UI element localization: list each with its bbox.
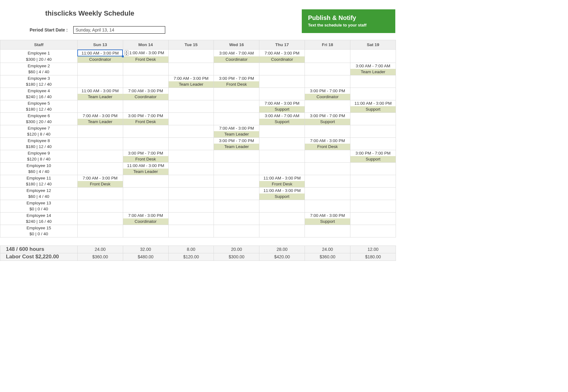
shift-cell[interactable]: 7:00 AM - 3:00 PM <box>305 137 350 144</box>
shift-cell[interactable] <box>214 231 259 237</box>
shift-cell[interactable]: Front Desk <box>305 144 350 150</box>
shift-cell[interactable] <box>305 69 350 75</box>
shift-cell[interactable]: 7:00 AM - 3:00 PM <box>123 88 168 94</box>
shift-cell[interactable]: 3:00 AM - 7:00 AM <box>350 63 396 69</box>
shift-cell[interactable] <box>77 231 123 237</box>
shift-cell[interactable] <box>214 106 259 112</box>
shift-cell[interactable] <box>168 56 214 63</box>
shift-cell[interactable] <box>168 200 214 206</box>
shift-cell[interactable]: 11:00 AM - 3:00 PM <box>123 162 168 169</box>
shift-cell[interactable] <box>168 206 214 212</box>
shift-cell[interactable] <box>305 156 350 162</box>
shift-cell[interactable] <box>305 231 350 237</box>
shift-cell[interactable] <box>350 218 396 225</box>
shift-cell[interactable] <box>123 181 168 187</box>
shift-cell[interactable]: 3:00 PM - 7:00 PM <box>214 75 259 81</box>
shift-cell[interactable] <box>168 156 214 162</box>
shift-cell[interactable]: 7:00 AM - 3:00 PM <box>77 175 123 181</box>
shift-cell[interactable] <box>214 218 259 225</box>
shift-cell[interactable] <box>305 200 350 206</box>
shift-cell[interactable] <box>305 194 350 200</box>
shift-cell[interactable]: 11:00 AM - 3:00 PM <box>77 50 123 57</box>
shift-cell[interactable] <box>305 50 350 57</box>
shift-cell[interactable] <box>259 137 305 144</box>
shift-cell[interactable]: Front Desk <box>259 181 305 187</box>
shift-cell[interactable] <box>168 187 214 194</box>
shift-cell[interactable] <box>305 225 350 231</box>
shift-cell[interactable] <box>259 94 305 100</box>
shift-cell[interactable] <box>214 187 259 194</box>
shift-cell[interactable]: 11:00 AM - 3:00 PM <box>77 88 123 94</box>
shift-cell[interactable] <box>350 50 396 57</box>
shift-cell[interactable] <box>350 137 396 144</box>
shift-cell[interactable]: Support <box>350 156 396 162</box>
shift-cell[interactable] <box>168 144 214 150</box>
stepper-icon[interactable]: ▲▼ <box>124 50 129 56</box>
shift-cell[interactable] <box>350 175 396 181</box>
shift-cell[interactable] <box>168 231 214 237</box>
shift-cell[interactable]: 7:00 AM - 3:00 PM <box>259 50 305 57</box>
shift-cell[interactable] <box>305 81 350 88</box>
shift-cell[interactable] <box>350 94 396 100</box>
shift-cell[interactable] <box>305 169 350 175</box>
shift-cell[interactable] <box>168 181 214 187</box>
shift-cell[interactable] <box>259 88 305 94</box>
shift-cell[interactable] <box>168 112 214 119</box>
shift-cell[interactable]: 7:00 AM - 3:00 PM <box>259 100 305 106</box>
shift-cell[interactable]: Support <box>259 194 305 200</box>
shift-cell[interactable] <box>350 75 396 81</box>
shift-cell[interactable]: 11:00 AM - 3:00 PM <box>259 187 305 194</box>
shift-cell[interactable] <box>214 150 259 156</box>
shift-cell[interactable]: Coordinator <box>259 56 305 63</box>
shift-cell[interactable]: 7:00 AM - 3:00 PM <box>168 75 214 81</box>
shift-cell[interactable] <box>305 175 350 181</box>
shift-cell[interactable] <box>305 206 350 212</box>
shift-cell[interactable] <box>123 144 168 150</box>
shift-cell[interactable] <box>305 131 350 137</box>
shift-cell[interactable] <box>305 106 350 112</box>
shift-cell[interactable] <box>168 194 214 200</box>
shift-cell[interactable]: Front Desk <box>214 81 259 88</box>
shift-cell[interactable]: 7:00 AM - 3:00 PM <box>77 112 123 119</box>
shift-cell[interactable] <box>168 100 214 106</box>
shift-cell[interactable] <box>305 63 350 69</box>
shift-cell[interactable] <box>123 125 168 131</box>
shift-cell[interactable]: Front Desk <box>77 181 123 187</box>
shift-cell[interactable] <box>123 206 168 212</box>
shift-cell[interactable] <box>77 106 123 112</box>
shift-cell[interactable] <box>77 225 123 231</box>
shift-cell[interactable] <box>350 231 396 237</box>
shift-cell[interactable]: Front Desk <box>123 156 168 162</box>
shift-cell[interactable] <box>168 137 214 144</box>
shift-cell[interactable] <box>214 100 259 106</box>
shift-cell[interactable] <box>168 106 214 112</box>
shift-cell[interactable] <box>214 162 259 169</box>
shift-cell[interactable]: 11:00 AM - 3:00 PM <box>259 175 305 181</box>
shift-cell[interactable] <box>350 225 396 231</box>
shift-cell[interactable] <box>77 131 123 137</box>
shift-cell[interactable] <box>259 169 305 175</box>
shift-cell[interactable] <box>77 75 123 81</box>
shift-cell[interactable] <box>305 150 350 156</box>
shift-cell[interactable] <box>123 131 168 137</box>
shift-cell[interactable] <box>168 94 214 100</box>
shift-cell[interactable] <box>77 137 123 144</box>
shift-cell[interactable] <box>123 81 168 88</box>
shift-cell[interactable]: Coordinator <box>214 56 259 63</box>
shift-cell[interactable] <box>77 169 123 175</box>
shift-cell[interactable] <box>214 212 259 218</box>
shift-cell[interactable] <box>168 150 214 156</box>
shift-cell[interactable] <box>305 125 350 131</box>
shift-cell[interactable] <box>350 212 396 218</box>
shift-cell[interactable] <box>123 75 168 81</box>
shift-cell[interactable] <box>259 218 305 225</box>
shift-cell[interactable] <box>168 50 214 57</box>
shift-cell[interactable]: Team Leader <box>77 94 123 100</box>
shift-cell[interactable] <box>123 187 168 194</box>
shift-cell[interactable] <box>123 63 168 69</box>
shift-cell[interactable]: Coordinator <box>123 218 168 225</box>
shift-cell[interactable] <box>77 200 123 206</box>
shift-cell[interactable] <box>259 212 305 218</box>
shift-cell[interactable] <box>123 137 168 144</box>
shift-cell[interactable] <box>350 194 396 200</box>
